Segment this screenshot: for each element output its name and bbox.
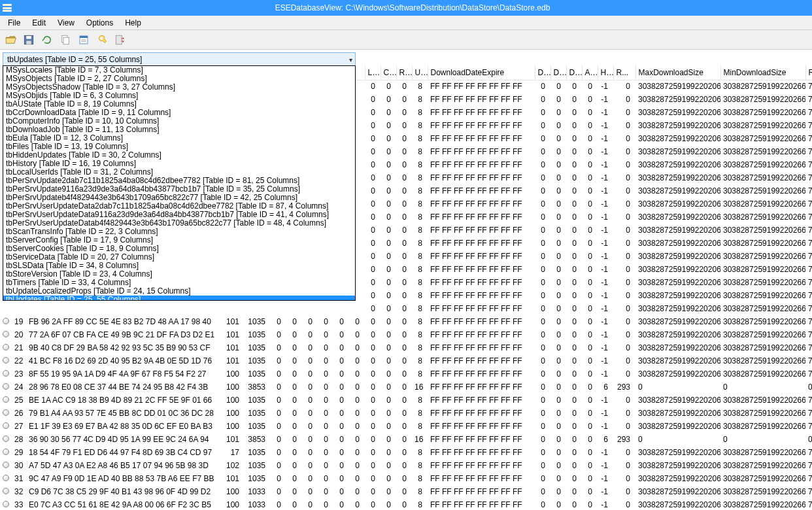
- menu-file[interactable]: File: [3, 17, 25, 29]
- row-status-icon: [3, 475, 9, 481]
- column-header[interactable]: R...: [396, 65, 412, 80]
- row-status-icon: [3, 357, 9, 364]
- row-status-icon: [3, 462, 9, 468]
- row-status-icon: [3, 449, 9, 455]
- table-selector-value: tbUpdates [Table ID = 25, 55 Columns]: [7, 55, 142, 64]
- menu-view[interactable]: View: [52, 17, 80, 29]
- table-row[interactable]: 2241 BC F8 16 D2 69 2D 40 95 B2 9A 4B 0E…: [0, 354, 812, 367]
- copy-icon[interactable]: [59, 33, 72, 46]
- column-header[interactable]: D...: [566, 65, 582, 80]
- column-header[interactable]: Recom...: [805, 65, 812, 80]
- window-title: ESEDatabaseView: C:\Windows\SoftwareDist…: [16, 3, 809, 12]
- column-header[interactable]: U...: [412, 65, 428, 80]
- menubar: FileEditViewOptionsHelp: [0, 16, 812, 30]
- table-row[interactable]: 238F 55 19 95 9A 1A D9 4F 4A 9F 67 F8 F5…: [0, 367, 812, 381]
- svg-rect-2: [26, 41, 31, 44]
- window-sys-icon: [3, 4, 12, 12]
- exit-icon[interactable]: [114, 33, 127, 46]
- column-header[interactable]: MaxDownloadSize: [635, 65, 720, 80]
- table-row[interactable]: 219B 40 C8 DF 29 BA 58 42 92 93 5C 35 B9…: [0, 341, 812, 354]
- row-status-icon: [3, 501, 9, 507]
- table-row[interactable]: 2077 2A 6F 07 CB FA CE 49 9B 9C 21 DF FA…: [0, 328, 812, 341]
- column-header[interactable]: C...: [381, 65, 396, 80]
- table-row[interactable]: 32C9 D6 7C 38 C5 29 9F 40 B1 43 98 96 0F…: [0, 485, 812, 498]
- column-header[interactable]: D...: [535, 65, 550, 80]
- row-status-icon: [3, 435, 9, 442]
- find-icon[interactable]: [95, 33, 109, 46]
- row-status-icon: [3, 383, 9, 390]
- column-header[interactable]: R...: [613, 65, 635, 80]
- row-status-icon: [3, 409, 9, 416]
- row-status-icon: [3, 422, 9, 429]
- row-status-icon: [3, 318, 9, 324]
- table-row[interactable]: 19FB 96 2A FF 89 CC 5E 4E 83 B2 7D 48 AA…: [0, 315, 812, 328]
- menu-edit[interactable]: Edit: [27, 17, 51, 29]
- table-row[interactable]: 2428 96 78 E0 08 CE 37 44 BE 74 24 95 B8…: [0, 381, 812, 394]
- svg-rect-4: [63, 37, 69, 44]
- refresh-icon[interactable]: [41, 33, 54, 46]
- table-row[interactable]: 2836 90 30 56 77 4C D9 4D 95 1A 99 EE 9C…: [0, 433, 812, 446]
- dropdown-item[interactable]: tbUpdates [Table ID = 25, 55 Columns]: [3, 296, 355, 301]
- table-selector-dropdown[interactable]: MSysLocales [Table ID = 7, 3 Columns]MSy…: [3, 65, 356, 301]
- menu-options[interactable]: Options: [81, 17, 118, 29]
- chevron-down-icon: ▾: [349, 56, 352, 63]
- table-selector-combo[interactable]: tbUpdates [Table ID = 25, 55 Columns] ▾: [3, 52, 356, 67]
- table-row[interactable]: 2918 54 4F 79 F1 ED D6 44 97 F4 8D 69 3B…: [0, 446, 812, 459]
- svg-rect-10: [116, 35, 122, 44]
- column-header[interactable]: H...: [598, 65, 613, 80]
- row-status-icon: [3, 370, 9, 377]
- column-header[interactable]: A...: [582, 65, 598, 80]
- titlebar[interactable]: ESEDatabaseView: C:\Windows\SoftwareDist…: [0, 0, 812, 16]
- column-header[interactable]: L...: [365, 65, 381, 80]
- table-row[interactable]: 0008FF FF FF FF FF FF FF FF0000-10303828…: [0, 302, 812, 315]
- table-row[interactable]: 27E1 1F 39 E3 69 E7 BA 42 88 35 0D 6C EF…: [0, 420, 812, 433]
- column-header[interactable]: DownloadDateExpire: [428, 65, 535, 80]
- properties-icon[interactable]: [77, 33, 90, 46]
- row-status-icon: [3, 488, 9, 494]
- svg-point-9: [100, 37, 103, 40]
- column-header[interactable]: MinDownloadSize: [720, 65, 805, 80]
- table-row[interactable]: 30A7 5D 47 A3 0A E2 A8 46 B5 17 07 94 96…: [0, 459, 812, 472]
- row-status-icon: [3, 396, 9, 403]
- svg-rect-6: [80, 36, 88, 38]
- save-icon[interactable]: [22, 33, 35, 46]
- table-row[interactable]: 2679 B1 A4 AA 93 57 7E 45 BB 8C DD 01 0C…: [0, 407, 812, 420]
- open-icon[interactable]: [4, 33, 17, 46]
- table-row[interactable]: 25BE 1A AC C9 18 38 B9 4D 89 21 2C FF 5E…: [0, 394, 812, 407]
- row-status-icon: [3, 344, 9, 350]
- svg-rect-1: [26, 36, 31, 39]
- table-row[interactable]: 319C 47 A9 F9 0D 1E AD 40 BB 88 53 7B A6…: [0, 472, 812, 485]
- toolbar: [0, 30, 812, 50]
- column-header[interactable]: D...: [550, 65, 566, 80]
- table-row[interactable]: 33E0 7C A3 CC 51 61 8E 42 9A A8 00 06 6F…: [0, 498, 812, 510]
- row-status-icon: [3, 331, 9, 337]
- menu-help[interactable]: Help: [120, 17, 146, 29]
